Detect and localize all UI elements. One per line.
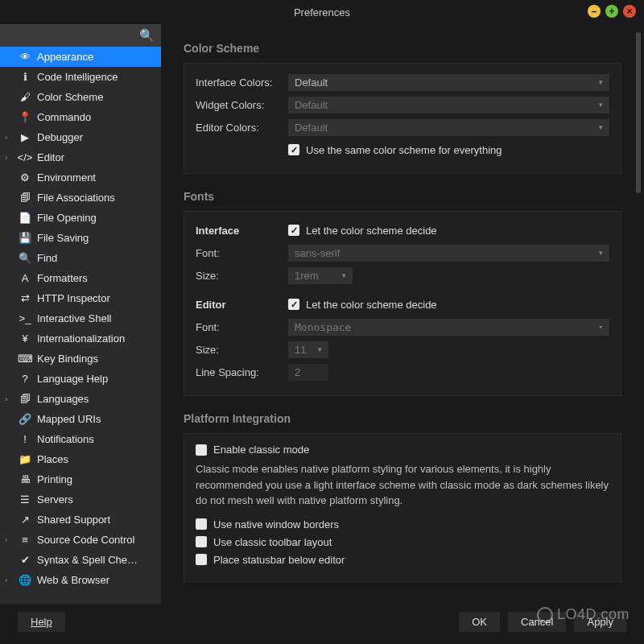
- expand-icon[interactable]: ›: [5, 133, 7, 142]
- close-button[interactable]: ×: [623, 5, 636, 18]
- editor-let-decide-checkbox[interactable]: ✓ Let the color scheme decide: [288, 299, 437, 311]
- help-button[interactable]: Help: [18, 612, 65, 632]
- same-scheme-checkbox[interactable]: ✓ Use the same color scheme for everythi…: [288, 144, 502, 156]
- sidebar-item-label: Syntax & Spell Che…: [37, 554, 138, 566]
- checkbox-icon: ✓: [196, 518, 207, 530]
- sidebar-item-internationalization[interactable]: ¥Internationalization: [0, 328, 161, 349]
- maximize-button[interactable]: +: [605, 5, 618, 18]
- sidebar-item-label: Formatters: [37, 272, 88, 284]
- ok-button[interactable]: OK: [459, 612, 500, 632]
- content-scrollbar[interactable]: [636, 32, 641, 193]
- editor-font-dropdown[interactable]: Monospace▾: [288, 319, 609, 336]
- file-saving-icon: 💾: [18, 232, 32, 244]
- checkbox-icon: ✓: [288, 144, 299, 155]
- chevron-down-icon: ▾: [599, 249, 603, 257]
- interface-font-dropdown[interactable]: sans-serif▾: [288, 245, 609, 262]
- sidebar-item-find[interactable]: 🔍Find: [0, 248, 161, 268]
- sidebar-item-label: Languages: [37, 393, 89, 405]
- line-spacing-input[interactable]: 2: [288, 364, 328, 381]
- shared-support-icon: ↗: [18, 514, 32, 526]
- sidebar-item-shared-support[interactable]: ↗Shared Support: [0, 510, 161, 530]
- checkbox-icon: ✓: [196, 536, 207, 547]
- expand-icon[interactable]: ›: [5, 576, 7, 584]
- sidebar-item-label: Color Scheme: [37, 91, 103, 103]
- statusbar-below-checkbox[interactable]: ✓ Place statusbar below editor: [196, 554, 609, 566]
- sidebar-item-label: Key Bindings: [37, 353, 98, 365]
- sidebar-item-label: Source Code Control: [37, 534, 134, 546]
- sidebar-item-label: File Associations: [37, 192, 115, 204]
- sidebar-item-source-code-control[interactable]: ›≡Source Code Control: [0, 530, 161, 550]
- editor-colors-dropdown[interactable]: Default▾: [288, 119, 609, 136]
- sidebar-item-color-scheme[interactable]: 🖌Color Scheme: [0, 87, 161, 107]
- interface-colors-dropdown[interactable]: Default▾: [288, 74, 609, 91]
- sidebar-item-web-browser[interactable]: ›🌐Web & Browser: [0, 570, 161, 590]
- titlebar: Preferences – + ×: [0, 0, 644, 24]
- sidebar-item-label: Debugger: [37, 131, 83, 143]
- color-scheme-group: Interface Colors: Default▾ Widget Colors…: [184, 63, 621, 174]
- checkbox-icon: ✓: [288, 299, 299, 310]
- sidebar-item-label: Find: [37, 252, 57, 264]
- sidebar: 🔍 👁AppearanceℹCode Intelligence🖌Color Sc…: [0, 24, 161, 604]
- checkbox-icon: ✓: [288, 225, 299, 236]
- sidebar-item-file-associations[interactable]: 🗐File Associations: [0, 188, 161, 208]
- expand-icon[interactable]: ›: [5, 535, 7, 544]
- sidebar-item-notifications[interactable]: !Notifications: [0, 429, 161, 449]
- sidebar-list[interactable]: 👁AppearanceℹCode Intelligence🖌Color Sche…: [0, 47, 161, 604]
- apply-button[interactable]: Apply: [574, 612, 626, 632]
- cancel-button[interactable]: Cancel: [508, 612, 566, 632]
- expand-icon[interactable]: ›: [5, 153, 7, 162]
- sidebar-item-label: File Saving: [37, 232, 89, 244]
- minimize-button[interactable]: –: [588, 5, 601, 18]
- editor-size-dropdown[interactable]: 11▾: [288, 341, 328, 358]
- sidebar-item-appearance[interactable]: 👁Appearance: [0, 47, 161, 67]
- notifications-icon: !: [18, 433, 32, 445]
- sidebar-item-language-help[interactable]: ?Language Help: [0, 369, 161, 389]
- formatters-icon: A: [18, 272, 32, 284]
- sidebar-search[interactable]: 🔍: [0, 24, 161, 47]
- editor-icon: </>: [18, 151, 32, 163]
- expand-icon[interactable]: ›: [5, 394, 7, 403]
- printing-icon: 🖶: [18, 473, 32, 485]
- native-borders-checkbox[interactable]: ✓ Use native window borders: [196, 518, 609, 530]
- widget-colors-dropdown[interactable]: Default▾: [288, 97, 609, 114]
- interface-colors-label: Interface Colors:: [196, 76, 288, 89]
- interface-size-dropdown[interactable]: 1rem▾: [288, 267, 353, 284]
- sidebar-item-mapped-uris[interactable]: 🔗Mapped URIs: [0, 409, 161, 429]
- sidebar-item-label: Mapped URIs: [37, 413, 101, 425]
- places-icon: 📁: [18, 453, 32, 465]
- mapped-uris-icon: 🔗: [18, 413, 32, 425]
- interface-font-label: Font:: [196, 247, 288, 259]
- sidebar-item-key-bindings[interactable]: ⌨Key Bindings: [0, 349, 161, 369]
- sidebar-item-commando[interactable]: 📍Commando: [0, 107, 161, 127]
- interface-let-decide-checkbox[interactable]: ✓ Let the color scheme decide: [288, 225, 437, 237]
- classic-toolbar-checkbox[interactable]: ✓ Use classic toolbar layout: [196, 536, 609, 548]
- sidebar-item-label: Printing: [37, 473, 72, 485]
- enable-classic-checkbox[interactable]: ✓ Enable classic mode: [196, 444, 609, 456]
- file-associations-icon: 🗐: [18, 192, 32, 204]
- source-code-control-icon: ≡: [18, 534, 32, 546]
- sidebar-item-syntax-spell-che[interactable]: ✔Syntax & Spell Che…: [0, 550, 161, 570]
- section-platform-title: Platform Integration: [184, 412, 621, 425]
- sidebar-item-debugger[interactable]: ›▶Debugger: [0, 127, 161, 147]
- sidebar-item-places[interactable]: 📁Places: [0, 449, 161, 469]
- sidebar-item-environment[interactable]: ⚙Environment: [0, 167, 161, 188]
- sidebar-item-label: Servers: [37, 493, 73, 506]
- key-bindings-icon: ⌨: [18, 353, 32, 365]
- sidebar-item-file-saving[interactable]: 💾File Saving: [0, 228, 161, 248]
- platform-group: ✓ Enable classic mode Classic mode enabl…: [184, 433, 621, 582]
- sidebar-item-languages[interactable]: ›🗐Languages: [0, 389, 161, 409]
- color-scheme-icon: 🖌: [18, 91, 32, 103]
- sidebar-item-servers[interactable]: ☰Servers: [0, 489, 161, 510]
- sidebar-item-file-opening[interactable]: 📄File Opening: [0, 208, 161, 228]
- sidebar-item-label: Web & Browser: [37, 574, 109, 586]
- sidebar-item-interactive-shell[interactable]: >_Interactive Shell: [0, 308, 161, 328]
- sidebar-item-printing[interactable]: 🖶Printing: [0, 469, 161, 489]
- sidebar-item-label: Environment: [37, 171, 96, 184]
- sidebar-item-formatters[interactable]: AFormatters: [0, 268, 161, 288]
- sidebar-item-label: Language Help: [37, 373, 108, 385]
- syntax-spell-che-icon: ✔: [18, 554, 32, 566]
- sidebar-item-label: File Opening: [37, 212, 97, 224]
- sidebar-item-http-inspector[interactable]: ⇄HTTP Inspector: [0, 288, 161, 308]
- sidebar-item-code-intelligence[interactable]: ℹCode Intelligence: [0, 67, 161, 87]
- sidebar-item-editor[interactable]: ›</>Editor: [0, 147, 161, 167]
